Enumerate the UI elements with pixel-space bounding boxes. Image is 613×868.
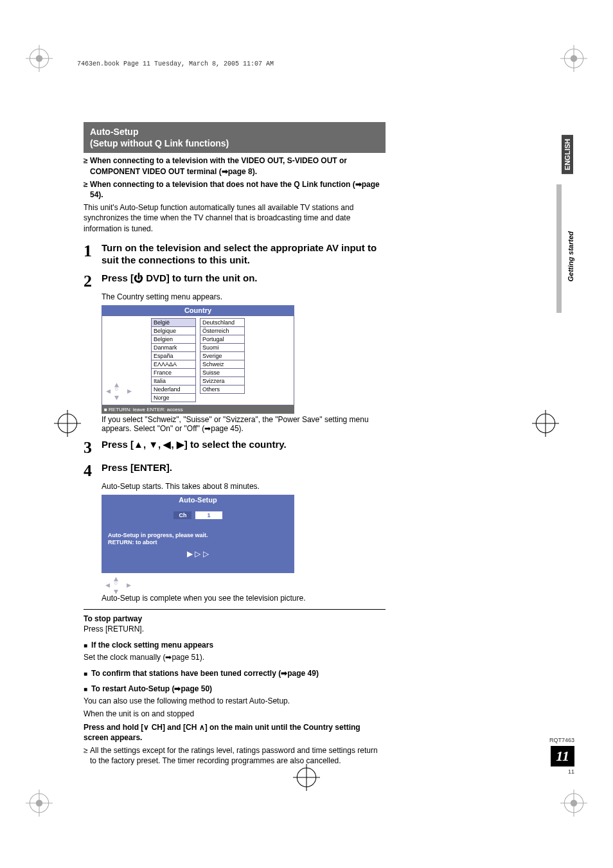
country-option: Österreich: [200, 326, 245, 335]
autosetup-osd: Auto-Setup Ch 1 Auto-Setup in progress, …: [102, 495, 294, 592]
country-option: Suomi: [200, 343, 245, 352]
country-option: Suisse: [200, 368, 245, 377]
restart-p4-text: All the settings except for the ratings …: [90, 745, 386, 766]
step-3-text: Press [▲, ▼, ◀, ▶] to select the country…: [102, 438, 287, 451]
autosetup-ch-value: 1: [195, 511, 222, 519]
country-option: Belgien: [151, 335, 196, 344]
print-mark-header: 7463en.book Page 11 Tuesday, March 8, 20…: [77, 60, 274, 67]
country-osd-footer: ■ RETURN: leave ENTER: access: [102, 405, 294, 414]
country-option: Danmark: [151, 343, 196, 352]
country-left-col: BelgiëBelgiqueBelgienDanmarkEspañaΕΛΛΑΔΑ…: [151, 319, 196, 402]
nav-arrows-icon: ▴▾◂▸○: [107, 380, 130, 401]
clock-head-text: If the clock setting menu appears: [91, 641, 213, 650]
step-2-num: 2: [84, 273, 102, 290]
country-option: España: [151, 351, 196, 360]
restart-p4: ≥All the settings except for the ratings…: [84, 745, 386, 766]
nav-arrows-icon-2: ▴▾◂▸○: [107, 574, 130, 595]
heading-line1: Auto-Setup: [90, 126, 379, 137]
reg-mark-tr: [560, 45, 587, 72]
doc-id: RQT7463: [549, 737, 574, 743]
tab-getting-started: Getting started: [567, 231, 574, 281]
restart-head: ■To restart Auto-Setup (➡page 50): [84, 684, 386, 693]
tab-getting-bar: [556, 184, 562, 313]
autosetup-osd-title: Auto-Setup: [102, 495, 294, 505]
country-option: Sverige: [200, 351, 245, 360]
step-3: 3 Press [▲, ▼, ◀, ▶] to select the count…: [84, 438, 386, 456]
clock-body: Set the clock manually (➡page 51).: [84, 652, 386, 662]
step-1-text: Turn on the television and select the ap…: [102, 242, 386, 267]
separator: [84, 609, 386, 610]
main-content: Auto-Setup (Setup without Q Link functio…: [84, 122, 386, 768]
autosetup-line1: Auto-Setup in progress, please wait.: [108, 532, 288, 540]
stop-head: To stop partway: [84, 614, 386, 624]
autosetup-play-icons: ▶ ▷ ▷: [108, 549, 288, 558]
reg-mark-br: [560, 790, 587, 817]
confirm-head: ■To confirm that stations have been tune…: [84, 669, 386, 678]
reg-mark-tl: [26, 45, 53, 72]
country-option: France: [151, 368, 196, 377]
step-4-sub2: Auto-Setup is complete when you see the …: [102, 594, 386, 603]
restart-p2: When the unit is on and stopped: [84, 709, 386, 719]
stop-body: Press [RETURN].: [84, 624, 386, 634]
restart-head-text: To restart Auto-Setup (➡page 50): [91, 684, 212, 693]
intro-bullet-2-text: When connecting to a television that doe…: [90, 179, 386, 200]
page-footer: RQT7463 11 11: [549, 737, 574, 775]
country-option: Deutschland: [200, 318, 245, 327]
heading-line2: (Setup without Q Link functions): [90, 137, 379, 149]
intro-bullet-2: ≥When connecting to a television that do…: [84, 179, 386, 200]
country-option: Norge: [151, 393, 196, 402]
intro-bullet-1-text: When connecting to a television with the…: [90, 155, 386, 176]
country-option: Portugal: [200, 335, 245, 344]
country-option: België: [151, 318, 196, 327]
step-2-text: Press [⏻ DVD] to turn the unit on.: [102, 272, 258, 285]
tab-english: ENGLISH: [562, 135, 573, 174]
country-option: Italia: [151, 376, 196, 385]
reg-mark-ml: [54, 410, 81, 437]
clock-head: ■If the clock setting menu appears: [84, 641, 386, 650]
autosetup-ch-label: Ch: [173, 511, 191, 519]
country-option: Belgique: [151, 326, 196, 335]
sub-page-number: 11: [549, 768, 574, 775]
country-option: Others: [200, 385, 245, 394]
step-4-text: Press [ENTER].: [102, 461, 172, 474]
step-1-num: 1: [84, 243, 102, 260]
section-heading: Auto-Setup (Setup without Q Link functio…: [84, 122, 386, 153]
autosetup-line2: RETURN: to abort: [108, 539, 288, 547]
country-option: Nederland: [151, 385, 196, 394]
step-4: 4 Press [ENTER].: [84, 461, 386, 479]
step-2: 2 Press [⏻ DVD] to turn the unit on.: [84, 272, 386, 290]
step-2-sub: The Country setting menu appears.: [102, 292, 386, 301]
step-3-num: 3: [84, 439, 102, 456]
country-osd: Country ▴▾◂▸○ BelgiëBelgiqueBelgienDanma…: [102, 305, 294, 414]
step-4-sub: Auto-Setup starts. This takes about 8 mi…: [102, 482, 386, 491]
restart-p3: Press and hold [∨ CH] and [CH ∧] on the …: [84, 722, 386, 743]
country-right-col: DeutschlandÖsterreichPortugalSuomiSverig…: [200, 319, 245, 402]
country-option: Schweiz: [200, 360, 245, 369]
page-number: 11: [551, 746, 574, 766]
restart-p1: You can also use the following method to…: [84, 696, 386, 706]
reg-mark-mr: [532, 410, 559, 437]
country-option: ΕΛΛΑΔΑ: [151, 360, 196, 369]
intro-bullet-1: ≥When connecting to a television with th…: [84, 155, 386, 176]
confirm-head-text: To confirm that stations have been tuned…: [91, 669, 319, 678]
step-4-num: 4: [84, 463, 102, 479]
country-osd-after: If you select "Schweiz", "Suisse" or "Sv…: [102, 415, 386, 433]
step-1: 1 Turn on the television and select the …: [84, 242, 386, 267]
country-osd-title: Country: [102, 305, 294, 315]
country-option: Svizzera: [200, 376, 245, 385]
reg-mark-bl: [26, 790, 53, 817]
intro-paragraph: This unit's Auto-Setup function automati…: [84, 202, 386, 234]
